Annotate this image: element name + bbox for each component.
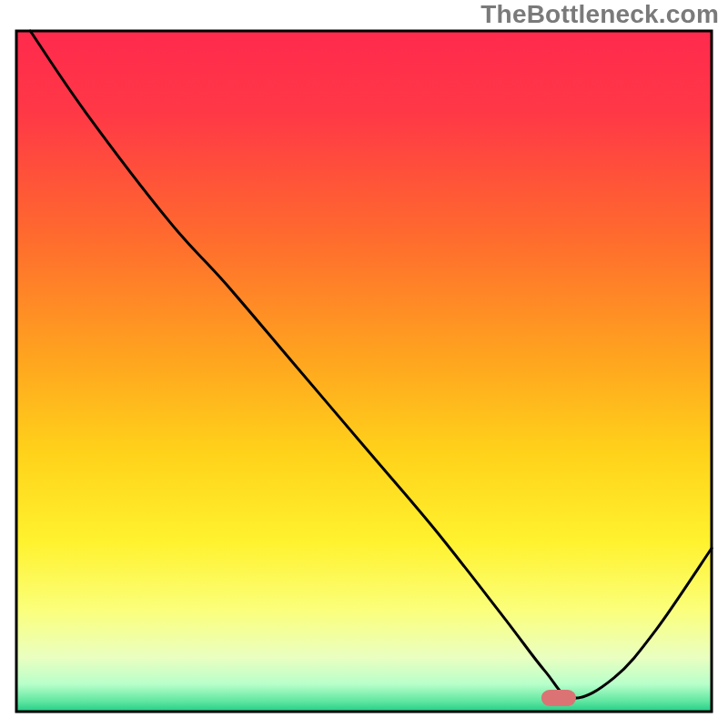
chart-svg (0, 0, 728, 728)
optimum-marker (541, 690, 576, 706)
chart-canvas: TheBottleneck.com (0, 0, 728, 728)
watermark-text: TheBottleneck.com (480, 0, 719, 29)
plot-background (16, 31, 712, 712)
